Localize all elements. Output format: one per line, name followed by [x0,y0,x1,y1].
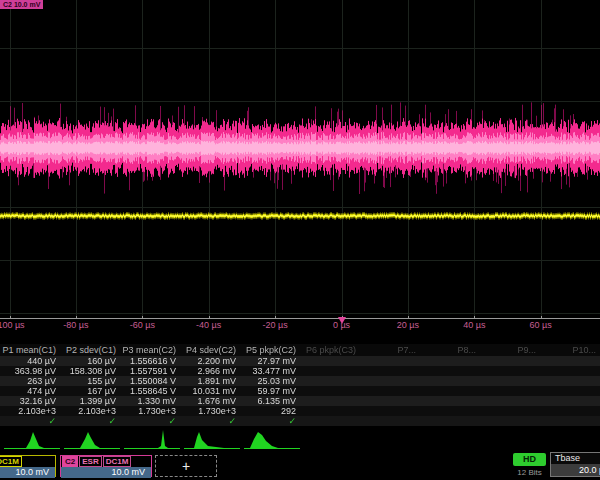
axis-tick-label: -100 µs [0,320,25,330]
measurement-cell: 1.730e+3 [120,406,180,416]
measurement-cell [540,376,600,386]
measurement-cell: 1.891 mV [180,376,240,386]
measurement-cell: 292 [240,406,300,416]
measurement-column-header[interactable]: P5 pkpk(C2) [240,344,300,356]
measurement-cell [300,386,360,396]
measurement-cell [480,406,540,416]
measurement-cell [420,386,480,396]
measurement-column-header[interactable]: P10... [540,344,600,356]
measurement-cell [420,366,480,376]
measurement-cell [420,376,480,386]
measurement-cell [300,406,360,416]
measurement-cell: 6.135 mV [240,396,300,406]
measurement-cell [360,386,420,396]
hd-mode-badge[interactable]: HD [513,453,546,466]
measurement-cell: 25.03 mV [240,376,300,386]
measurement-cell [480,376,540,386]
measurement-cell: 33.477 mV [240,366,300,376]
measurement-cell: 32.16 µV [0,396,60,406]
measurement-cell: 1.330 mV [120,396,180,406]
c2-volts-per-div: 10.0 mV [61,467,151,478]
histicon-p1[interactable] [4,429,60,450]
axis-tick-label: 60 µs [530,320,552,330]
measurement-cell: 263 µV [0,376,60,386]
measurement-column-header[interactable]: P6 pkpk(C3) [300,344,360,356]
c2-coupling-badge: DC1M [103,456,132,467]
measurement-cell [540,366,600,376]
measurement-cell: 2.103e+3 [0,406,60,416]
measurement-cell: 27.97 mV [240,356,300,366]
measurement-status-check [480,416,540,426]
measurement-status-check [420,416,480,426]
measurement-cell [420,356,480,366]
timebase-title: Tbase [551,453,600,464]
measurement-cell [480,386,540,396]
measurement-cell [420,396,480,406]
measurement-cell [360,366,420,376]
measurement-cell: 2.966 mV [180,366,240,376]
trace-annotation-label: C2 10.0 mV [0,0,43,9]
measurement-status-check [360,416,420,426]
measurement-status-check: ✓ [60,416,120,426]
measurement-cell: 1.550084 V [120,376,180,386]
channel-descriptor-c1[interactable]: C1 DC1M 10.0 mV [0,455,56,477]
measurement-cell [420,406,480,416]
measurement-cell [540,406,600,416]
axis-tick-label: -40 µs [196,320,221,330]
measurement-cell [540,396,600,406]
measurement-cell: 10.031 mV [180,386,240,396]
histicon-p5[interactable] [244,429,300,450]
measurement-cell [360,376,420,386]
measurement-cell [480,356,540,366]
measurement-status-check: ✓ [240,416,300,426]
measurement-cell: 155 µV [60,376,120,386]
measurement-cell: 59.97 mV [240,386,300,396]
measurement-cell: 1.676 mV [180,396,240,406]
measurement-cell: 158.308 µV [60,366,120,376]
measurement-column-header[interactable]: P2 sdev(C1) [60,344,120,356]
measurement-column-header[interactable]: P3 mean(C2) [120,344,180,356]
channel-descriptor-c2[interactable]: C2 ESR DC1M 10.0 mV [60,455,152,477]
measurement-cell: 2.200 mV [180,356,240,366]
histicon-p4[interactable] [184,429,240,450]
measurement-column-header[interactable]: P1 mean(C1) [0,344,60,356]
time-axis: -100 µs-80 µs-60 µs-40 µs-20 µs0 µs20 µs… [0,320,600,333]
waveform-display [0,0,600,320]
measurement-cell [540,356,600,366]
measurement-status-check: ✓ [0,416,60,426]
measurement-cell [300,366,360,376]
timebase-descriptor-box[interactable]: Tbase 20.0 µs [550,452,600,477]
measurement-cell: 160 µV [60,356,120,366]
measurement-cell [480,366,540,376]
measurement-cell [300,376,360,386]
measurement-cell [300,396,360,406]
measurement-column-header[interactable]: P7... [360,344,420,356]
c2-esr-badge: ESR [79,456,101,467]
measurement-status-check [540,416,600,426]
measurement-cell: 1.399 µV [60,396,120,406]
timebase-value: 20.0 µs [551,464,600,476]
c1-coupling-badge: DC1M [0,456,22,467]
measurement-column-header[interactable]: P9... [480,344,540,356]
measurement-cell [360,356,420,366]
measurement-table: P1 mean(C1)P2 sdev(C1)P3 mean(C2)P4 sdev… [0,344,600,426]
measurement-column-header[interactable]: P4 sdev(C2) [180,344,240,356]
measurement-column-header[interactable]: P8... [420,344,480,356]
trigger-position-marker[interactable] [338,317,346,324]
measurement-cell [540,386,600,396]
add-trace-button[interactable]: + [155,455,217,477]
c2-label-badge: C2 [62,456,78,467]
measurement-status-check: ✓ [180,416,240,426]
bit-depth-label: 12 Bits [513,468,546,477]
axis-tick-label: -20 µs [262,320,287,330]
measurement-cell: 1.558645 V [120,386,180,396]
measurement-cell [360,406,420,416]
histicon-p2[interactable] [64,429,120,450]
measurement-cell [300,356,360,366]
measurement-cell: 363.98 µV [0,366,60,376]
measurement-cell: 1.556616 V [120,356,180,366]
axis-tick-label: 20 µs [397,320,419,330]
axis-tick-label: -60 µs [130,320,155,330]
measurement-status-check: ✓ [120,416,180,426]
histicon-p3[interactable] [124,429,180,450]
